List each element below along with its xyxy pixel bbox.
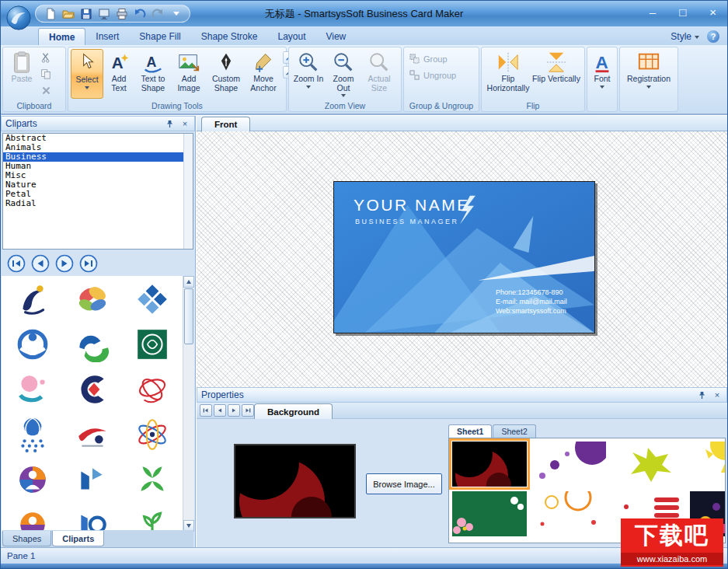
custom-shape-button[interactable]: Custom Shape <box>206 49 246 99</box>
minimize-button[interactable]: – <box>650 5 656 19</box>
chevron-down-icon <box>306 86 311 89</box>
cut-icon[interactable] <box>38 51 54 65</box>
clipart-blue-dp[interactable] <box>63 503 121 532</box>
background-thumb-orange-rings[interactable] <box>531 491 606 536</box>
group-button[interactable]: Group <box>406 52 476 65</box>
select-tool-button[interactable]: Select <box>71 49 103 99</box>
last-page-button[interactable] <box>79 254 98 273</box>
first-property-page-button[interactable] <box>200 404 212 417</box>
tab-home[interactable]: Home <box>38 28 85 45</box>
category-item-human[interactable]: Human <box>3 162 193 171</box>
print-icon[interactable] <box>115 7 128 20</box>
maximize-button[interactable]: □ <box>679 5 686 19</box>
zoom-in-button[interactable]: Zoom In <box>291 49 326 99</box>
scrollbar-thumb[interactable] <box>184 288 193 344</box>
scroll-up-icon[interactable] <box>183 276 194 288</box>
card-title-text: BUSINESS MANAGER <box>355 218 459 225</box>
next-page-button[interactable] <box>55 254 74 273</box>
tab-shape-fill[interactable]: Shape Fill <box>129 28 190 45</box>
clipart-rainbow-person[interactable] <box>3 458 61 501</box>
scrollbar-track[interactable] <box>183 288 194 520</box>
clipart-swirl-figure[interactable] <box>3 278 61 321</box>
font-button[interactable]: A Font <box>589 49 615 99</box>
clipart-color-ball-person[interactable] <box>3 503 61 532</box>
tab-layout[interactable]: Layout <box>267 28 315 45</box>
flip-vertically-label: Flip Vertically <box>532 75 580 84</box>
tab-view[interactable]: View <box>315 28 356 45</box>
clipart-blue-angular[interactable] <box>63 458 121 501</box>
ribbon-group-group-ungroup: Group Ungroup Group & Ungroup <box>403 47 479 112</box>
background-thumb-green-splash[interactable] <box>611 442 685 487</box>
clipart-blue-green-swoosh[interactable] <box>63 323 121 366</box>
drawing-tools-group-label: Drawing Tools <box>68 101 286 110</box>
category-scrollbar[interactable] <box>183 134 193 249</box>
style-menu[interactable]: Style <box>671 31 699 42</box>
registration-button[interactable]: Registration <box>622 49 675 99</box>
tab-sheet2[interactable]: Sheet2 <box>493 424 535 438</box>
clipart-person-circle[interactable] <box>3 323 61 366</box>
actual-size-button[interactable]: Actual Size <box>361 49 397 99</box>
next-property-page-button[interactable] <box>228 404 240 417</box>
close-panel-icon[interactable]: × <box>712 389 723 400</box>
application-window: 无标题 - SmartsysSoft Business Card Maker –… <box>0 0 728 569</box>
close-button[interactable]: × <box>709 5 716 19</box>
help-button[interactable]: ? <box>707 30 719 43</box>
zoom-out-button[interactable]: Zoom Out <box>326 49 361 99</box>
clipart-pink-swirl[interactable] <box>3 368 61 411</box>
tab-cliparts[interactable]: Cliparts <box>52 531 104 546</box>
close-panel-icon[interactable]: × <box>179 118 190 129</box>
background-property-tab[interactable]: Background <box>254 403 333 419</box>
background-thumb-yellow-sun[interactable] <box>690 442 726 487</box>
background-thumb-purple-circles[interactable] <box>531 442 606 487</box>
front-page-tab[interactable]: Front <box>201 117 250 131</box>
tab-insert[interactable]: Insert <box>85 28 129 45</box>
last-property-page-button[interactable] <box>242 404 254 417</box>
clipart-green-sprout[interactable] <box>123 503 181 532</box>
zoom-out-icon <box>331 50 356 75</box>
previous-property-page-button[interactable] <box>214 404 226 417</box>
app-logo[interactable] <box>5 5 32 31</box>
clipart-red-floral-lines[interactable] <box>123 368 181 411</box>
cliparts-scrollbar[interactable] <box>183 276 194 532</box>
clipart-atom[interactable] <box>123 413 181 456</box>
clipart-butterfly[interactable] <box>63 278 121 321</box>
clipart-green-emblem[interactable] <box>123 323 181 366</box>
business-card-preview[interactable]: YOUR NAME BUSINESS MANAGER Phone:1234567… <box>333 181 595 333</box>
clipart-pinwheel-knot[interactable] <box>123 278 181 321</box>
ungroup-button[interactable]: Ungroup <box>406 68 476 82</box>
category-item-nature[interactable]: Nature <box>3 180 193 190</box>
undo-icon[interactable] <box>133 7 146 20</box>
category-item-radial[interactable]: Radial <box>3 199 193 208</box>
custom-shape-pen-icon <box>214 50 239 75</box>
design-canvas[interactable]: YOUR NAME BUSINESS MANAGER Phone:1234567… <box>197 131 727 387</box>
open-folder-icon[interactable] <box>61 7 75 20</box>
move-anchor-button[interactable]: Move Anchor <box>246 49 280 99</box>
add-image-button[interactable]: Add Image <box>172 49 206 99</box>
clipart-four-leaves[interactable] <box>123 458 181 501</box>
background-thumb-green-flowers[interactable] <box>452 491 527 536</box>
flip-vertically-button[interactable]: Flip Vertically <box>532 49 580 99</box>
new-document-icon[interactable] <box>44 7 57 20</box>
tab-sheet1[interactable]: Sheet1 <box>448 424 492 438</box>
print-preview-icon[interactable] <box>97 7 110 20</box>
text-to-shape-button[interactable]: A Text to Shape <box>134 49 172 99</box>
copy-icon[interactable] <box>38 67 54 81</box>
clipart-red-swoosh[interactable] <box>63 413 121 456</box>
browse-image-button[interactable]: Browse Image... <box>366 473 442 494</box>
tab-shape-stroke[interactable]: Shape Stroke <box>191 28 268 45</box>
category-item-business[interactable]: Business <box>3 152 193 162</box>
previous-page-button[interactable] <box>31 254 50 273</box>
add-text-button[interactable]: A Add Text <box>103 49 134 99</box>
ribbon-group-clipboard: Paste Clipboard <box>2 47 66 112</box>
clipart-volleyball-dots[interactable] <box>3 413 61 456</box>
pin-icon[interactable] <box>696 389 707 400</box>
clipart-navy-diamond-c[interactable] <box>63 368 121 411</box>
flip-horizontally-button[interactable]: Flip Horizontally <box>484 49 532 99</box>
first-page-button[interactable] <box>7 254 26 273</box>
save-icon[interactable] <box>79 7 92 20</box>
background-thumb-red-eye[interactable] <box>452 442 527 487</box>
delete-icon[interactable] <box>38 83 54 97</box>
paste-button[interactable]: Paste <box>5 49 38 99</box>
pin-icon[interactable] <box>164 118 175 129</box>
tab-shapes[interactable]: Shapes <box>2 531 51 546</box>
